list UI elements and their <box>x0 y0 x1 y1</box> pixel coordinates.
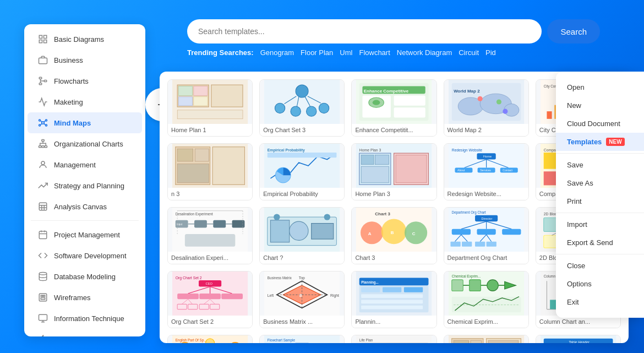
template-label: Plannin... <box>352 316 436 328</box>
sidebar-label: Business <box>54 56 83 64</box>
menu-item-cloud-doc[interactable]: Cloud Document <box>556 115 644 133</box>
right-menu-divider <box>556 153 644 154</box>
right-panel: Open New Cloud Document Templates NEW Sa… <box>556 72 644 318</box>
org-icon <box>37 138 48 149</box>
wireframe-icon <box>37 292 48 303</box>
menu-item-save[interactable]: Save <box>556 156 644 174</box>
search-input[interactable] <box>187 19 542 44</box>
search-button[interactable]: Search <box>547 19 600 44</box>
template-card[interactable]: Desalination Experiment Input Desali <box>167 207 253 264</box>
trending-pid[interactable]: Pid <box>485 48 496 57</box>
template-card[interactable]: Life Plan Life Plan <box>351 335 436 343</box>
project-icon <box>37 229 48 240</box>
menu-item-close[interactable]: Close <box>556 257 644 275</box>
template-card[interactable]: Redesign Website Home About Services Con… <box>444 143 529 200</box>
template-card[interactable]: Table Header <box>536 335 621 343</box>
svg-text:Empirical Probability: Empirical Probability <box>268 148 305 153</box>
menu-item-save-as[interactable]: Save As <box>556 174 644 192</box>
menu-item-exit[interactable]: Exit <box>556 293 644 311</box>
menu-item-print[interactable]: Print <box>556 192 644 210</box>
trending-flowchart[interactable]: Flowchart <box>359 48 390 57</box>
template-thumb: English Part Of Sp... Noun <box>168 335 252 343</box>
template-card[interactable]: Department Org Chart Director <box>444 207 529 264</box>
trending-uml[interactable]: Uml <box>340 48 352 57</box>
sidebar-item-management[interactable]: Management <box>28 154 142 175</box>
sidebar-item-mind-maps[interactable]: Mind Maps <box>28 112 142 133</box>
svg-point-51 <box>291 106 301 116</box>
svg-rect-19 <box>42 146 45 148</box>
menu-item-open[interactable]: Open <box>556 78 644 96</box>
sidebar-item-strategy[interactable]: Strategy and Planning <box>28 175 142 196</box>
sidebar-item-org-charts[interactable]: Organizational Charts <box>28 133 142 154</box>
menu-item-templates[interactable]: Templates NEW <box>556 133 644 151</box>
svg-line-13 <box>41 121 42 122</box>
template-card[interactable]: Chemical Exprim... Chemical Exprim... <box>444 271 529 328</box>
svg-point-74 <box>496 99 501 104</box>
svg-rect-196 <box>221 294 243 299</box>
svg-text:Contact: Contact <box>503 169 512 172</box>
svg-rect-18 <box>39 146 42 148</box>
template-card[interactable]: n 3 <box>167 143 253 200</box>
template-label: Redesign Website... <box>444 188 528 200</box>
template-card[interactable]: Org Chart Set 2 CEO <box>167 271 253 328</box>
template-card[interactable]: Home Plan 3 Home Plan 3 <box>351 143 436 200</box>
svg-point-49 <box>296 85 308 97</box>
svg-text:Business Matrix: Business Matrix <box>268 276 292 280</box>
menu-label: Close <box>567 262 585 270</box>
template-card[interactable]: Flowchart Sample Start Yes? End No Flow <box>259 335 345 343</box>
sidebar-item-analysis[interactable]: Analysis Canvas <box>28 196 142 217</box>
trending-circuit[interactable]: Circuit <box>459 48 479 57</box>
sidebar-list: Basic Diagrams Business Flowcharts Maket… <box>24 24 145 336</box>
trending-networkdiagram[interactable]: Network Diagram <box>397 48 452 57</box>
template-card[interactable]: Enhance Competitive Enhance Competitit..… <box>351 79 436 137</box>
svg-rect-3 <box>44 40 47 43</box>
database-icon <box>37 271 48 282</box>
sidebar-label: Analysis Canvas <box>54 203 107 211</box>
sidebar-item-info-tech[interactable]: Information Technique <box>28 308 142 329</box>
svg-rect-294 <box>471 340 481 343</box>
template-card[interactable]: Planning... Plannin... <box>351 271 436 328</box>
template-card[interactable]: Chart ? <box>259 207 345 264</box>
trending-floorplan[interactable]: Floor Plan <box>301 48 333 57</box>
template-thumb: Enhance Competitive <box>352 80 436 124</box>
sidebar-item-wireframes[interactable]: Wireframes <box>28 287 142 308</box>
svg-rect-224 <box>362 300 423 303</box>
sidebar-divider <box>31 220 139 221</box>
template-thumb: Life Plan <box>352 335 436 343</box>
template-card[interactable]: Chart 3 A B C Chart 3 <box>351 207 436 264</box>
sidebar-item-maketing[interactable]: Maketing <box>28 91 142 112</box>
sidebar-item-business[interactable]: Business <box>28 50 142 70</box>
template-card[interactable]: Empirical Probability Empirical Probabil… <box>259 143 345 200</box>
template-label: n 3 <box>168 188 252 200</box>
svg-rect-174 <box>486 242 496 247</box>
sidebar-item-software-dev[interactable]: Software Development <box>28 245 142 266</box>
template-card[interactable]: Business Matrix B Left Right Top Busines… <box>259 271 345 328</box>
template-card[interactable]: Org Chart Set 3 <box>259 79 345 137</box>
template-card[interactable] <box>444 335 529 343</box>
template-card[interactable]: Home Plan 1 <box>167 79 253 137</box>
template-card[interactable]: World Map 2 World Map 2 <box>444 79 529 137</box>
menu-item-import[interactable]: Import <box>556 215 644 233</box>
svg-rect-35 <box>41 298 45 300</box>
template-label: Chemical Exprim... <box>444 316 528 328</box>
sidebar-item-electrical[interactable]: Electrical Engineering <box>28 329 142 336</box>
svg-rect-34 <box>43 295 45 296</box>
template-card[interactable]: English Part Of Sp... Noun English P <box>167 335 253 343</box>
sidebar-label: Flowcharts <box>54 77 89 85</box>
menu-item-export-send[interactable]: Export & Send <box>556 233 644 252</box>
template-thumb: Org Chart Set 2 CEO <box>168 271 252 316</box>
svg-point-147 <box>274 214 280 220</box>
svg-rect-103 <box>396 155 427 183</box>
sidebar-item-project-mgmt[interactable]: Project Management <box>28 224 142 245</box>
svg-rect-0 <box>39 35 42 38</box>
template-label: Desalination Experi... <box>168 252 252 264</box>
trending-genogram[interactable]: Genogram <box>260 48 294 57</box>
svg-text:Right: Right <box>330 294 339 298</box>
sidebar-item-flowcharts[interactable]: Flowcharts <box>28 70 142 91</box>
sidebar-item-basic-diagrams[interactable]: Basic Diagrams <box>28 29 142 50</box>
menu-item-new[interactable]: New <box>556 96 644 115</box>
sidebar-label: Mind Maps <box>54 119 91 127</box>
menu-item-options[interactable]: Options <box>556 275 644 293</box>
sidebar-item-database[interactable]: Database Modeling <box>28 266 142 287</box>
svg-point-10 <box>46 120 47 121</box>
